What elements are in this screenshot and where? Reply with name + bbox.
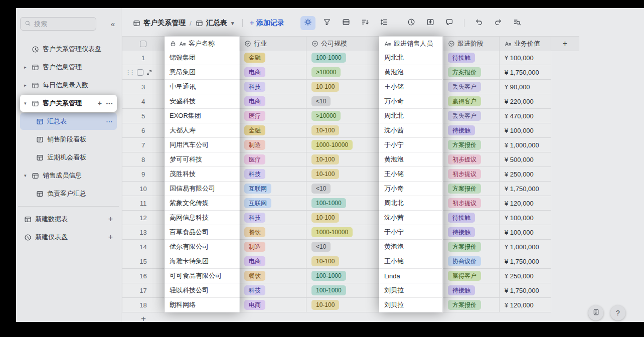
row-number[interactable]: 16	[122, 269, 165, 283]
row-number[interactable]: 8	[122, 152, 165, 167]
cell-industry[interactable]: 科技	[239, 283, 306, 298]
cell-size[interactable]: 100-1000	[306, 283, 379, 298]
redo-button[interactable]	[491, 16, 506, 30]
column-header-name[interactable]: 客户名称	[165, 37, 239, 51]
create-button[interactable]: +	[108, 215, 113, 223]
cell-sales[interactable]: 黄泡泡	[379, 240, 443, 254]
cell-size[interactable]: 10-100	[306, 80, 379, 94]
row-number[interactable]: 17	[122, 283, 165, 298]
cell-value[interactable]: ¥ 120,000	[500, 196, 551, 211]
sidebar-item[interactable]: ▾销售成员信息	[20, 167, 117, 184]
sidebar-item[interactable]: ▸每日信息录入数	[20, 77, 117, 94]
cell-stage[interactable]: 方案报价	[443, 298, 500, 312]
cell-industry[interactable]: 科技	[239, 211, 306, 225]
cell-value[interactable]: ¥ 1,750,000	[500, 254, 551, 269]
cell-industry[interactable]: 餐饮	[239, 269, 306, 283]
row-number[interactable]: 3	[122, 80, 165, 94]
cell-value[interactable]: ¥ 500,000	[500, 152, 551, 167]
cell-value[interactable]: ¥ 100,000	[500, 123, 551, 138]
more-actions-button[interactable]: ⋯	[106, 100, 113, 107]
row-number[interactable]: 12	[122, 211, 165, 225]
changelog-button[interactable]	[588, 305, 603, 320]
row-number[interactable]: 15	[122, 254, 165, 269]
cell-stage[interactable]: 方案报价	[443, 240, 500, 254]
cell-value[interactable]: ¥ 250,000	[500, 167, 551, 182]
cell-size[interactable]: 10-100	[306, 152, 379, 167]
cell-value[interactable]: ¥ 1,000,000	[500, 240, 551, 254]
cell-industry[interactable]: 电商	[239, 254, 306, 269]
cell-sales[interactable]: 万小奇	[379, 182, 443, 196]
chevron-down-icon[interactable]: ▾	[24, 173, 32, 178]
row-number[interactable]: 11	[122, 196, 165, 211]
add-view-button[interactable]: +	[98, 100, 102, 107]
cell-sales[interactable]: 刘贝拉	[379, 298, 443, 312]
cell-size[interactable]: 1000-10000	[306, 225, 379, 240]
cell-industry[interactable]: 电商	[239, 65, 306, 80]
chevron-down-icon[interactable]: ▾	[24, 101, 32, 106]
cell-sales[interactable]: 沈小茜	[379, 123, 443, 138]
row-checkbox[interactable]	[137, 69, 143, 76]
column-header-industry[interactable]: 行业	[239, 37, 306, 51]
cell-name[interactable]: 高网信息科技	[165, 211, 239, 225]
help-button[interactable]: ?	[610, 305, 625, 320]
cell-sales[interactable]: 王小铭	[379, 80, 443, 94]
sidebar-item[interactable]: 客户关系管理仪表盘	[20, 41, 117, 58]
cell-size[interactable]: <10	[306, 240, 379, 254]
cell-industry[interactable]: 互联网	[239, 182, 306, 196]
sidebar-item[interactable]: 新建仪表盘+	[20, 229, 117, 246]
cell-sales[interactable]: Linda	[379, 269, 443, 283]
cell-size[interactable]: 10-100	[306, 167, 379, 182]
cell-stage[interactable]: 初步提议	[443, 152, 500, 167]
more-actions-button[interactable]: ⋯	[106, 118, 113, 125]
settings-button[interactable]	[300, 16, 315, 30]
cell-industry[interactable]: 餐饮	[239, 225, 306, 240]
cell-industry[interactable]: 科技	[239, 167, 306, 182]
column-header-stage[interactable]: 跟进阶段	[443, 37, 500, 51]
breadcrumb-view[interactable]: 汇总表	[206, 19, 227, 28]
cell-value[interactable]: ¥ 100,000	[500, 225, 551, 240]
cell-stage[interactable]: 待接触	[443, 51, 500, 65]
cell-industry[interactable]: 制造	[239, 240, 306, 254]
cell-size[interactable]: 100-1000	[306, 51, 379, 65]
cell-size[interactable]: 10-100	[306, 254, 379, 269]
cell-size[interactable]: 10-100	[306, 298, 379, 312]
cell-value[interactable]: ¥ 250,000	[500, 269, 551, 283]
column-header-size[interactable]: 公司规模	[306, 37, 379, 51]
cell-name[interactable]: EXOR集团	[165, 109, 239, 123]
cell-industry[interactable]: 医疗	[239, 109, 306, 123]
row-number[interactable]: 18	[122, 298, 165, 312]
add-record-row[interactable]: +	[122, 313, 579, 322]
cell-name[interactable]: 梦可可科技	[165, 152, 239, 167]
cell-size[interactable]: >10000	[306, 65, 379, 80]
cell-value[interactable]: ¥ 100,000	[500, 211, 551, 225]
cell-value[interactable]: ¥ 1,750,000	[500, 65, 551, 80]
cell-name[interactable]: 意昂集团	[165, 65, 239, 80]
cell-stage[interactable]: 赢得客户	[443, 269, 500, 283]
cell-name[interactable]: 紫象文化传媒	[165, 196, 239, 211]
cell-stage[interactable]: 丢失客户	[443, 80, 500, 94]
row-number[interactable]: 13	[122, 225, 165, 240]
cell-value[interactable]: ¥ 100,000	[500, 51, 551, 65]
sidebar-item[interactable]: 新建数据表+	[20, 211, 117, 228]
cell-sales[interactable]: 刘贝拉	[379, 283, 443, 298]
cell-industry[interactable]: 电商	[239, 298, 306, 312]
cell-size[interactable]: 1000-10000	[306, 138, 379, 152]
automation-button[interactable]	[423, 16, 438, 30]
row-number[interactable]: 7	[122, 138, 165, 152]
cell-name[interactable]: 中星通讯	[165, 80, 239, 94]
row-height-button[interactable]	[377, 16, 392, 30]
row-number[interactable]: 4	[122, 94, 165, 109]
cell-size[interactable]: 100-1000	[306, 269, 379, 283]
select-all-checkbox[interactable]	[122, 37, 165, 51]
cell-sales[interactable]: 黄泡泡	[379, 65, 443, 80]
history-button[interactable]	[404, 16, 419, 30]
cell-name[interactable]: 朗科网络	[165, 298, 239, 312]
row-number[interactable]: 5	[122, 109, 165, 123]
cell-sales[interactable]: 于小宁	[379, 225, 443, 240]
collapse-sidebar-button[interactable]: «	[111, 20, 115, 28]
cell-sales[interactable]: 周北北	[379, 196, 443, 211]
views-button[interactable]	[339, 16, 354, 30]
filter-button[interactable]	[319, 16, 335, 30]
add-record-button[interactable]: + 添加记录	[250, 19, 284, 28]
add-column-button[interactable]: +	[551, 37, 579, 51]
